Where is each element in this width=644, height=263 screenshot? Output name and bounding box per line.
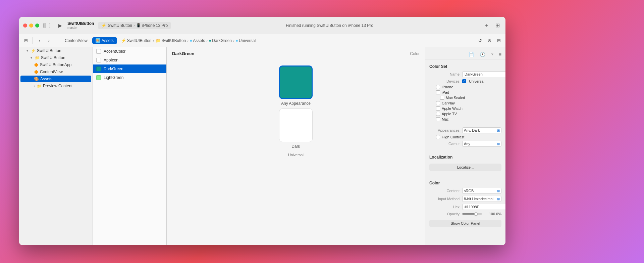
breadcrumb-project: ⚡ SwiftUIButton [101, 23, 132, 28]
content-select[interactable]: sRGB ⊞ [462, 188, 501, 194]
appletv-checkbox[interactable] [436, 112, 440, 116]
applewatch-row: Apple Watch [425, 106, 505, 111]
minimize-button[interactable] [29, 24, 33, 28]
inputmethod-select[interactable]: 8-bit Hexadecimal ⊞ [462, 196, 501, 202]
color-section: Color [425, 178, 505, 187]
iphone-checkbox[interactable] [436, 85, 440, 89]
folder-icon-preview: 📁 [37, 84, 42, 88]
carplay-label: CarPlay [442, 101, 455, 105]
sidebar-toggle-button[interactable] [43, 23, 50, 28]
localize-button[interactable]: Localize... [429, 164, 501, 171]
folder-icon-2: 📁 [35, 56, 40, 60]
content-label: Content [429, 189, 460, 193]
sidebar-item-app[interactable]: 🔶 SwiftUIButtonApp [20, 61, 91, 68]
run-button[interactable]: ▶ [55, 21, 65, 30]
back-button[interactable]: ‹ [36, 37, 44, 45]
clock-icon[interactable]: 🕐 [480, 52, 485, 57]
bc-icon-4: ■ [209, 39, 211, 42]
grid-view-button[interactable]: ⊞ [22, 37, 30, 45]
disclosure-icon-preview: › [34, 84, 35, 88]
right-panel-toggle[interactable]: ⊞ [493, 21, 501, 30]
bc-icon-1: ⚡ [121, 38, 126, 43]
opacity-label: Opacity [429, 212, 460, 216]
hex-input[interactable] [462, 204, 505, 210]
universal-cb-label: Universal [469, 79, 484, 83]
name-input[interactable] [462, 71, 505, 77]
inspector-panel: 📄 🕐 ? ≡ Color Set Name ⊕ Devices Univers… [425, 47, 505, 245]
sidebar-item-preview[interactable]: › 📁 Preview Content [20, 83, 91, 89]
breadcrumb-path: ⚡ SwiftUIButton › 📁 SwiftUIButton › ■ As… [121, 38, 256, 43]
sidebar-item-swiftuibutton-group[interactable]: ▼ ⚡ SwiftUIButton [20, 47, 91, 54]
asset-accentcolor[interactable]: AccentColor [93, 47, 166, 56]
show-color-panel-button[interactable]: Show Color Panel [429, 220, 501, 227]
hex-label: Hex [429, 205, 460, 209]
gamut-arrow: ⊞ [497, 142, 500, 146]
gamut-row: Gamut Any ⊞ [425, 140, 505, 148]
swift-icon: ⚡ [101, 23, 106, 28]
toolbar: ⊞ ‹ › ContentView 🎨 Assets ⚡ SwiftUIButt… [19, 34, 505, 47]
sidebar-label-sub: SwiftUIButton [41, 55, 65, 60]
file-icon[interactable]: 📄 [469, 52, 474, 57]
divider-2 [429, 150, 501, 150]
color-preview-area: Any Appearance Dark Universal [167, 59, 425, 164]
help-icon[interactable]: ? [491, 52, 493, 57]
toolbar-sep-1 [33, 37, 33, 44]
applewatch-checkbox[interactable] [436, 106, 440, 111]
close-button[interactable] [23, 24, 27, 28]
gamut-select[interactable]: Any ⊞ [462, 141, 501, 147]
main-window: ▶ SwiftUIButton master ⚡ SwiftUIButton ›… [19, 17, 505, 245]
filter-icon[interactable]: ≡ [499, 52, 501, 57]
asset-darkgreen[interactable]: DarkGreen [93, 64, 166, 73]
opacity-thumb [474, 212, 478, 216]
add-asset-button[interactable]: ⊞ [495, 37, 503, 45]
dark-box[interactable]: Dark [279, 108, 313, 149]
breadcrumb-project-label: SwiftUIButton [108, 23, 132, 28]
sidebar-label-app: SwiftUIButtonApp [40, 62, 71, 67]
disclosure-icon-2: ▼ [30, 56, 33, 59]
name-row: Name ⊕ [425, 70, 505, 78]
macscaled-checkbox[interactable] [440, 96, 444, 100]
appearances-select[interactable]: Any, Dark ⊞ [462, 127, 501, 133]
asset-appicon[interactable]: AppIcon [93, 56, 166, 64]
ipad-label: iPad [442, 90, 449, 94]
carplay-checkbox[interactable] [436, 101, 440, 105]
assets-tab-label: Assets [102, 38, 114, 43]
share-button[interactable]: ⊙ [485, 37, 493, 45]
appletv-row: Apple TV [425, 111, 505, 117]
bc-sep-2: › [187, 38, 189, 43]
project-branch: master [67, 26, 94, 30]
fullscreen-button[interactable] [35, 24, 39, 28]
macscaled-row: Mac Scaled [425, 95, 505, 100]
assets-icon: 🎨 [34, 77, 39, 81]
universal-checkbox[interactable] [462, 79, 466, 83]
sidebar-item-swiftuibutton-sub[interactable]: ▼ 📁 SwiftUIButton [20, 54, 91, 61]
any-appearance-box[interactable]: Any Appearance [279, 65, 313, 106]
bc-swiftuibutton-1: ⚡ SwiftUIButton [121, 38, 152, 43]
mac-checkbox[interactable] [436, 117, 440, 121]
traffic-lights [23, 24, 39, 28]
appearances-row: Appearances Any, Dark ⊞ [425, 126, 505, 134]
breadcrumb-device-label: iPhone 13 Pro [142, 23, 168, 28]
refresh-button[interactable]: ↺ [476, 37, 484, 45]
tab-contentview[interactable]: ContentView [61, 37, 91, 44]
darkgreen-label: DarkGreen [104, 67, 123, 71]
forward-button[interactable]: › [45, 37, 53, 45]
gamut-value: Any [464, 142, 470, 146]
add-button[interactable]: + [483, 21, 491, 30]
highcontrast-checkbox[interactable] [436, 135, 440, 139]
phone-icon: 📱 [136, 23, 141, 28]
toolbar-sep-2 [56, 37, 56, 44]
asset-lightgreen[interactable]: LightGreen [93, 73, 166, 82]
appletv-label: Apple TV [442, 112, 457, 116]
tab-assets[interactable]: 🎨 Assets [92, 37, 117, 44]
universal-label-text: Universal [288, 153, 304, 157]
device-breadcrumb[interactable]: ⚡ SwiftUIButton › 📱 iPhone 13 Pro [98, 22, 171, 29]
sidebar-item-assets[interactable]: 🎨 Assets [20, 76, 91, 82]
ipad-checkbox[interactable] [436, 90, 440, 94]
content-arrow: ⊞ [497, 189, 500, 193]
opacity-slider[interactable] [462, 213, 482, 215]
applewatch-label: Apple Watch [442, 106, 463, 111]
sidebar-item-contentview[interactable]: 🔶 ContentView [20, 69, 91, 75]
color-label: Color [410, 51, 420, 56]
appearances-label: Appearances [429, 128, 460, 132]
